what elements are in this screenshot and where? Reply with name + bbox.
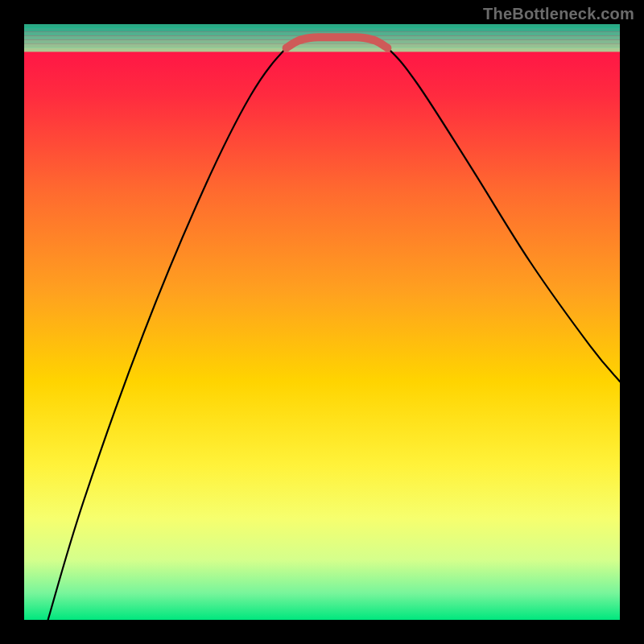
watermark-text: TheBottleneck.com [483,5,634,23]
chart-frame: TheBottleneck.com [0,0,644,644]
plot-area [24,24,620,620]
bottleneck-chart [24,24,620,620]
svg-rect-1 [24,44,620,48]
svg-rect-0 [24,47,620,52]
svg-rect-5 [24,27,620,31]
gradient-background [24,24,620,620]
svg-rect-6 [24,24,620,28]
